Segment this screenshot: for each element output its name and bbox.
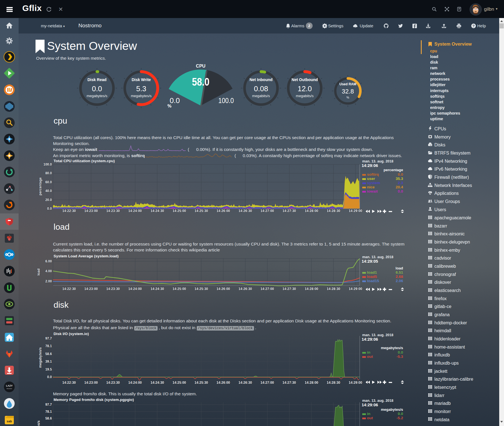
svg-text:sab: sab	[7, 420, 12, 423]
svg-text:?: ?	[472, 24, 475, 28]
svg-text:librarian: librarian	[6, 388, 12, 389]
svg-text:LAZY: LAZY	[6, 384, 13, 387]
